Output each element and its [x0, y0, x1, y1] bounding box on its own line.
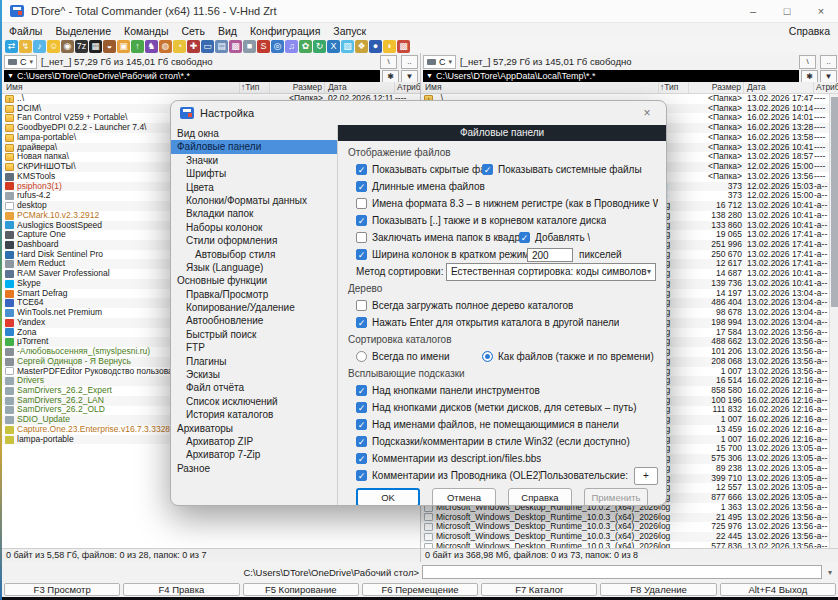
settings-tree-item[interactable]: FTP [171, 341, 337, 354]
left-path-bar[interactable]: ▼ C:\Users\DTore\OneDrive\Рабочий стол\*… [4, 70, 380, 82]
radio-option[interactable]: Всегда по имени [356, 351, 482, 362]
checkbox-option[interactable]: ✓Добавлять \ [519, 232, 590, 243]
checkbox-option[interactable]: ✓Над кнопками дисков (метки дисков, для … [356, 402, 637, 413]
toolbar-icon[interactable]: ▩ [397, 40, 410, 53]
settings-tree-item[interactable]: История каталогов [171, 408, 337, 421]
ok-button[interactable]: OK [356, 488, 420, 506]
toolbar-icon[interactable]: ♪ [33, 40, 46, 53]
menu-item[interactable]: Запуск [333, 25, 366, 37]
checkbox-option[interactable]: ✓Показывать скрытые файлы [356, 164, 482, 175]
settings-tree-item[interactable]: Копирование/Удаление [171, 301, 337, 314]
toolbar-icon[interactable]: ▩ [229, 40, 242, 53]
right-path-bar[interactable]: ▼ C:\Users\DTore\AppData\Local\Temp\*.* [423, 70, 799, 82]
settings-tree-item[interactable]: Автовыбор стиля [171, 248, 337, 261]
number-input[interactable]: 200 [527, 248, 573, 262]
function-key-button[interactable]: F5 Копирование [243, 583, 359, 596]
parent-dir-button[interactable]: .. [401, 55, 418, 69]
radio-option[interactable]: Как файлов (также и по времени) [482, 351, 654, 362]
settings-tree-item[interactable]: Автообновление [171, 314, 337, 327]
settings-tree-item[interactable]: Наборы колонок [171, 221, 337, 234]
radio[interactable] [356, 351, 367, 362]
checkbox[interactable] [356, 198, 367, 209]
vertical-scrollbar[interactable] [829, 94, 838, 548]
toolbar-icon[interactable]: ◉ [61, 40, 74, 53]
settings-tree-item[interactable]: Файловые панели [171, 140, 337, 153]
toolbar-icon[interactable]: ◗ [383, 40, 396, 53]
help-button[interactable]: Справка [508, 488, 572, 506]
toolbar-icon[interactable]: ▧ [341, 40, 354, 53]
column-date[interactable]: Дата [325, 82, 395, 93]
checkbox-option[interactable]: ✓Показывать [..] также и в корневом ката… [356, 215, 606, 226]
column-size[interactable]: Размер [270, 82, 325, 93]
function-key-button[interactable]: F8 Удаление [600, 583, 716, 596]
settings-tree-item[interactable]: Цвета [171, 181, 337, 194]
settings-tree-item[interactable]: Архиватор ZIP [171, 435, 337, 448]
settings-tree-item[interactable]: Стили оформления [171, 234, 337, 247]
toolbar-icon[interactable]: ↻ [313, 40, 326, 53]
function-key-button[interactable]: F6 Перемещение [362, 583, 478, 596]
checkbox-option[interactable]: ✓Нажать Enter для открытия каталога в др… [356, 317, 619, 328]
checkbox[interactable]: ✓ [356, 164, 367, 175]
toolbar-icon[interactable]: ▣ [117, 40, 130, 53]
column-date[interactable]: Дата [744, 82, 814, 93]
function-key-button[interactable]: Alt+F4 Выход [720, 583, 836, 596]
checkbox-option[interactable]: Всегда загружать полное дерево каталогов [356, 300, 573, 311]
settings-tree-item[interactable]: Архиваторы [171, 422, 337, 435]
checkbox[interactable]: ✓ [356, 181, 367, 192]
toolbar-icon[interactable]: ✿ [299, 40, 312, 53]
checkbox-option[interactable]: ✓Длинные имена файлов [356, 181, 485, 192]
toolbar-icon[interactable]: ❖ [355, 40, 368, 53]
settings-tree-item[interactable]: Разное [171, 462, 337, 475]
checkbox[interactable] [356, 300, 367, 311]
toolbar-icon[interactable]: ♫ [285, 40, 298, 53]
column-attr[interactable]: Атрибуты [395, 82, 420, 93]
drive-selector[interactable]: C ▾ [4, 55, 37, 69]
menu-item[interactable]: Файлы [9, 25, 42, 37]
checkbox-option[interactable]: ✓Комментарии из descript.ion/files.bbs [356, 453, 541, 464]
settings-tree-item[interactable]: Эскизы [171, 368, 337, 381]
toolbar-icon[interactable]: ↯ [19, 40, 32, 53]
checkbox-option[interactable]: ✓Ширина колонок в кратком режиме не боле… [356, 249, 527, 260]
toolbar-icon[interactable]: ✚ [187, 40, 200, 53]
settings-tree-item[interactable]: Язык (Language) [171, 261, 337, 274]
settings-tree-item[interactable]: Шрифты [171, 167, 337, 180]
settings-tree-item[interactable]: Список исключений [171, 395, 337, 408]
settings-tree-item[interactable]: Плагины [171, 355, 337, 368]
checkbox-option[interactable]: ✓Над кнопками панели инструментов [356, 385, 540, 396]
settings-tree-item[interactable]: Вид окна [171, 127, 337, 140]
scrollbar-thumb[interactable] [831, 97, 838, 307]
radio[interactable] [482, 351, 493, 362]
root-dir-button[interactable]: \ [799, 55, 816, 69]
command-history-icon[interactable]: ▾ [822, 568, 838, 577]
checkbox[interactable]: ✓ [356, 436, 367, 447]
minimize-button[interactable]: – [736, 0, 770, 22]
function-key-button[interactable]: F7 Каталог [481, 583, 597, 596]
drive-selector[interactable]: C ▾ [423, 55, 456, 69]
checkbox-option[interactable]: Заключать имена папок в квадратные скобк… [356, 232, 519, 243]
toolbar-icon[interactable]: ▤ [215, 40, 228, 53]
toolbar-icon[interactable]: ◍ [159, 40, 172, 53]
checkbox[interactable]: ✓ [356, 249, 367, 260]
checkbox[interactable]: ✓ [356, 419, 367, 430]
close-button[interactable]: × [804, 0, 838, 22]
checkbox[interactable] [356, 232, 367, 243]
command-input[interactable] [422, 565, 822, 579]
settings-tree-item[interactable]: Правка/Просмотр [171, 288, 337, 301]
menu-item[interactable]: Конфигурация [250, 25, 320, 37]
parent-dir-button[interactable]: .. [820, 55, 837, 69]
settings-tree-item[interactable]: Значки [171, 154, 337, 167]
settings-tree-item[interactable]: Файл отчёта [171, 381, 337, 394]
title-bar[interactable]: DTore^ - Total Commander (x64) 11.56 - V… [2, 0, 838, 23]
checkbox-option[interactable]: ✓Комментарии из Проводника (OLE2) [356, 470, 540, 481]
file-row[interactable]: Microsoft_Windows_Desktop_Runtime_10.0.3… [421, 542, 838, 548]
checkbox[interactable]: ✓ [356, 470, 367, 481]
checkbox[interactable]: ✓ [356, 317, 367, 328]
maximize-button[interactable]: □ [770, 0, 804, 22]
column-name[interactable]: Имя [424, 82, 659, 93]
checkbox[interactable]: ✓ [356, 215, 367, 226]
column-size[interactable]: Размер [689, 82, 744, 93]
settings-tree-item[interactable]: Основные функции [171, 274, 337, 287]
column-name[interactable]: Имя [5, 82, 240, 93]
checkbox[interactable]: ✓ [356, 402, 367, 413]
toolbar-icon[interactable]: ■ [243, 40, 256, 53]
